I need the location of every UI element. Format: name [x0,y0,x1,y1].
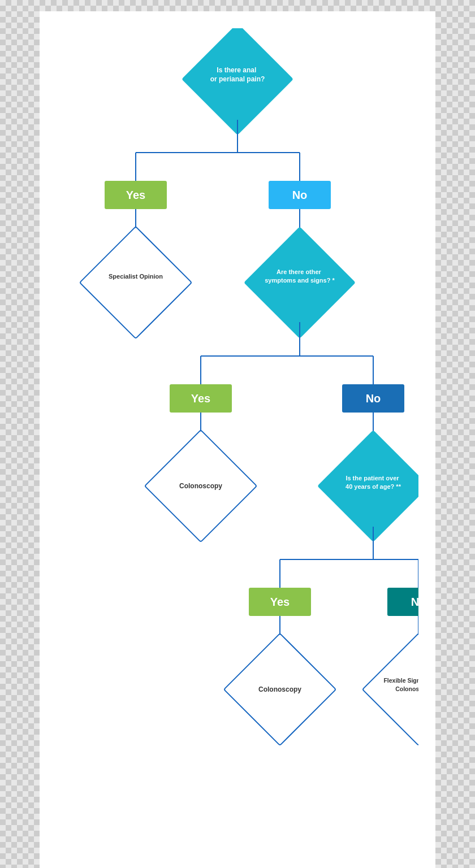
yes1-button[interactable]: Yes [105,181,167,209]
svg-rect-11 [80,227,192,338]
specialist-opinion-diamond: Specialist Opinion [80,227,192,338]
svg-text:No: No [411,596,418,608]
svg-text:No: No [292,189,308,201]
second-question-diamond: Are there other symptoms and signs? * [244,227,356,338]
no2-button[interactable]: No [342,384,404,413]
no3-button[interactable]: No [387,588,418,616]
svg-text:Colonoscopy: Colonoscopy [258,685,301,693]
no1-button[interactable]: No [269,181,331,209]
colonoscopy1-diamond: Colonoscopy [145,430,257,542]
third-question-diamond: Is the patient over 40 years of age? ** [317,430,418,542]
svg-text:Yes: Yes [126,189,145,201]
yes2-button[interactable]: Yes [170,384,232,413]
svg-text:Yes: Yes [191,392,210,405]
svg-text:Specialist Opinion: Specialist Opinion [109,273,163,280]
svg-text:Yes: Yes [270,596,290,608]
svg-text:Colonoscopy: Colonoscopy [179,482,222,490]
flowchart-svg: Is there anal or perianal pain? Yes No [57,28,418,865]
start-diamond: Is there anal or perianal pain? [182,28,293,135]
svg-text:No: No [366,392,381,405]
yes3-button[interactable]: Yes [249,588,311,616]
flowchart-container: Is there anal or perianal pain? Yes No [40,11,435,868]
flexible-sig-diamond: Flexible Sigmoidoscopy Colonoscopy *** [362,633,418,745]
colonoscopy2-diamond: Colonoscopy [224,633,336,745]
